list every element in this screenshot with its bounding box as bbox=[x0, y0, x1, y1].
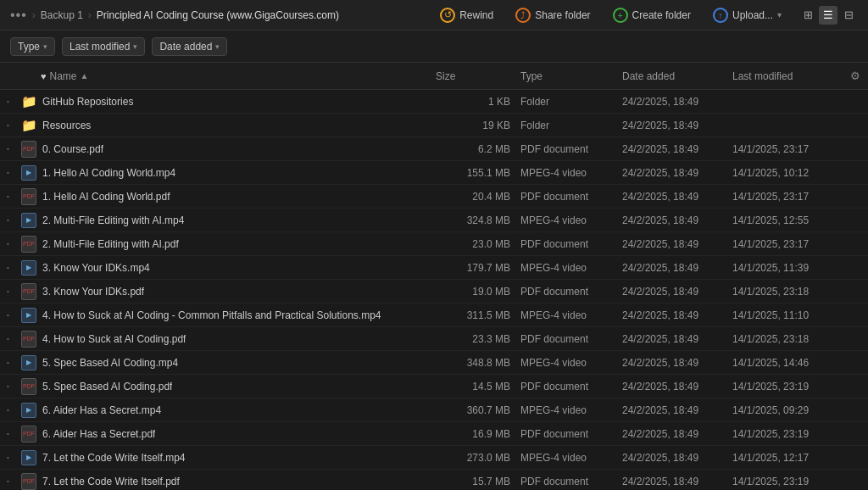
table-row[interactable]: • ▶ 1. Hello AI Coding World.mp4 155.1 M… bbox=[0, 161, 868, 185]
file-date-added: 24/2/2025, 18:49 bbox=[622, 309, 732, 321]
file-size: 15.7 MB bbox=[436, 476, 520, 487]
file-date-added: 24/2/2025, 18:49 bbox=[622, 120, 732, 131]
file-size: 20.4 MB bbox=[436, 191, 520, 203]
video-icon: ▶ bbox=[20, 212, 37, 229]
file-type: MPEG-4 video bbox=[520, 357, 622, 369]
file-date-added: 24/2/2025, 18:49 bbox=[622, 286, 732, 298]
file-name-cell: • 📁 GitHub Repositories bbox=[0, 93, 436, 110]
upload-chevron: ▾ bbox=[777, 10, 782, 19]
file-size: 1 KB bbox=[436, 96, 520, 108]
file-dot: • bbox=[7, 311, 15, 319]
view-toggle: ⊞ ☰ ⊟ bbox=[798, 6, 858, 25]
file-size: 19.0 MB bbox=[436, 286, 520, 298]
table-row[interactable]: • PDF 5. Spec Based AI Coding.pdf 14.5 M… bbox=[0, 375, 868, 398]
list-view-button[interactable]: ☰ bbox=[819, 6, 837, 25]
rewind-button[interactable]: ↺ Rewind bbox=[435, 5, 498, 25]
file-dot: • bbox=[7, 121, 15, 129]
pdf-icon: PDF bbox=[20, 141, 37, 158]
table-row[interactable]: • ▶ 3. Know Your IDKs.mp4 179.7 MB MPEG-… bbox=[0, 256, 868, 280]
last-modified-filter[interactable]: Last modified ▾ bbox=[62, 37, 145, 56]
file-name-cell: • ▶ 5. Spec Based AI Coding.mp4 bbox=[0, 354, 436, 371]
file-name: Resources bbox=[42, 120, 91, 131]
table-row[interactable]: • ▶ 2. Multi-File Editing with AI.mp4 32… bbox=[0, 209, 868, 232]
table-row[interactable]: • ▶ 7. Let the Code Write Itself.mp4 273… bbox=[0, 446, 868, 470]
table-row[interactable]: • ▶ 4. How to Suck at AI Coding - Common… bbox=[0, 303, 868, 327]
upload-button[interactable]: ↑ Upload... ▾ bbox=[708, 5, 787, 25]
col-header-name[interactable]: ♥ Name ▲ bbox=[0, 70, 436, 82]
file-name-cell: • PDF 6. Aider Has a Secret.pdf bbox=[0, 426, 436, 443]
file-name: 4. How to Suck at AI Coding - Common Pit… bbox=[42, 309, 381, 321]
file-name: 7. Let the Code Write Itself.pdf bbox=[42, 476, 180, 487]
folder-icon: 📁 bbox=[20, 117, 37, 134]
rewind-icon: ↺ bbox=[440, 8, 455, 23]
file-last-modified: 14/1/2025, 23:19 bbox=[732, 476, 843, 487]
file-name-cell: • PDF 7. Let the Code Write Itself.pdf bbox=[0, 473, 436, 490]
file-size: 19 KB bbox=[436, 120, 520, 131]
type-filter-chevron: ▾ bbox=[43, 42, 47, 51]
dots-menu[interactable]: ••• bbox=[10, 8, 27, 23]
table-row[interactable]: • PDF 0. Course.pdf 6.2 MB PDF document … bbox=[0, 137, 868, 161]
col-header-size[interactable]: Size bbox=[436, 70, 520, 82]
file-name: 2. Multi-File Editing with AI.mp4 bbox=[42, 214, 184, 226]
file-last-modified: 14/1/2025, 12:55 bbox=[732, 214, 843, 226]
file-last-modified: 14/1/2025, 23:19 bbox=[732, 428, 843, 440]
file-name-cell: • PDF 2. Multi-File Editing with AI.pdf bbox=[0, 236, 436, 253]
file-type: PDF document bbox=[520, 143, 622, 155]
file-size: 16.9 MB bbox=[436, 428, 520, 440]
file-size: 155.1 MB bbox=[436, 167, 520, 179]
file-dot: • bbox=[7, 359, 15, 366]
video-icon: ▶ bbox=[20, 402, 37, 419]
col-header-last-modified[interactable]: Last modified bbox=[732, 70, 843, 82]
table-row[interactable]: • PDF 7. Let the Code Write Itself.pdf 1… bbox=[0, 470, 868, 490]
file-last-modified: 14/1/2025, 23:19 bbox=[732, 381, 843, 393]
col-header-type[interactable]: Type bbox=[520, 70, 622, 82]
type-filter[interactable]: Type ▾ bbox=[10, 37, 55, 56]
backup-link[interactable]: Backup 1 bbox=[41, 9, 83, 21]
file-name-cell: • PDF 0. Course.pdf bbox=[0, 141, 436, 158]
video-icon: ▶ bbox=[20, 259, 37, 276]
table-row[interactable]: • PDF 3. Know Your IDKs.pdf 19.0 MB PDF … bbox=[0, 280, 868, 303]
table-row[interactable]: • PDF 1. Hello AI Coding World.pdf 20.4 … bbox=[0, 185, 868, 209]
file-type: MPEG-4 video bbox=[520, 262, 622, 274]
table-row[interactable]: • ▶ 5. Spec Based AI Coding.mp4 348.8 MB… bbox=[0, 351, 868, 375]
share-icon: ⤴ bbox=[515, 8, 531, 23]
file-dot: • bbox=[7, 192, 15, 200]
file-last-modified: 14/1/2025, 11:10 bbox=[732, 309, 843, 321]
create-folder-button[interactable]: + Create folder bbox=[608, 5, 696, 25]
col-settings-button[interactable]: ⚙ bbox=[843, 70, 868, 82]
file-type: PDF document bbox=[520, 286, 622, 298]
table-row[interactable]: • PDF 6. Aider Has a Secret.pdf 16.9 MB … bbox=[0, 422, 868, 446]
video-icon: ▶ bbox=[20, 307, 37, 324]
pdf-icon: PDF bbox=[20, 378, 37, 395]
file-name: 6. Aider Has a Secret.pdf bbox=[42, 428, 155, 440]
file-date-added: 24/2/2025, 18:49 bbox=[622, 428, 732, 440]
last-modified-filter-label: Last modified bbox=[70, 41, 130, 53]
pdf-icon: PDF bbox=[20, 331, 37, 348]
date-added-filter[interactable]: Date added ▾ bbox=[152, 37, 227, 56]
table-row[interactable]: • 📁 Resources 19 KB Folder 24/2/2025, 18… bbox=[0, 114, 868, 137]
col-header-date-added[interactable]: Date added bbox=[622, 70, 732, 82]
file-date-added: 24/2/2025, 18:49 bbox=[622, 262, 732, 274]
table-row[interactable]: • PDF 2. Multi-File Editing with AI.pdf … bbox=[0, 232, 868, 256]
file-last-modified: 14/1/2025, 23:17 bbox=[732, 238, 843, 250]
file-date-added: 24/2/2025, 18:49 bbox=[622, 143, 732, 155]
file-last-modified: 14/1/2025, 12:17 bbox=[732, 452, 843, 464]
upload-icon: ↑ bbox=[713, 8, 728, 23]
table-row[interactable]: • ▶ 6. Aider Has a Secret.mp4 360.7 MB M… bbox=[0, 398, 868, 422]
file-type: PDF document bbox=[520, 333, 622, 345]
file-name-cell: • PDF 3. Know Your IDKs.pdf bbox=[0, 283, 436, 300]
file-size: 348.8 MB bbox=[436, 357, 520, 369]
grid-view-button[interactable]: ⊟ bbox=[839, 6, 858, 25]
gallery-view-button[interactable]: ⊞ bbox=[798, 6, 817, 25]
file-date-added: 24/2/2025, 18:49 bbox=[622, 238, 732, 250]
table-row[interactable]: • 📁 GitHub Repositories 1 KB Folder 24/2… bbox=[0, 90, 868, 114]
folder-icon: 📁 bbox=[20, 93, 37, 110]
table-row[interactable]: • PDF 4. How to Suck at AI Coding.pdf 23… bbox=[0, 327, 868, 351]
file-dot: • bbox=[7, 216, 15, 224]
filter-bar: Type ▾ Last modified ▾ Date added ▾ bbox=[0, 31, 868, 63]
file-type: MPEG-4 video bbox=[520, 309, 622, 321]
share-folder-button[interactable]: ⤴ Share folder bbox=[510, 5, 595, 25]
file-last-modified: 14/1/2025, 10:12 bbox=[732, 167, 843, 179]
file-name: 0. Course.pdf bbox=[42, 143, 103, 155]
file-date-added: 24/2/2025, 18:49 bbox=[622, 167, 732, 179]
